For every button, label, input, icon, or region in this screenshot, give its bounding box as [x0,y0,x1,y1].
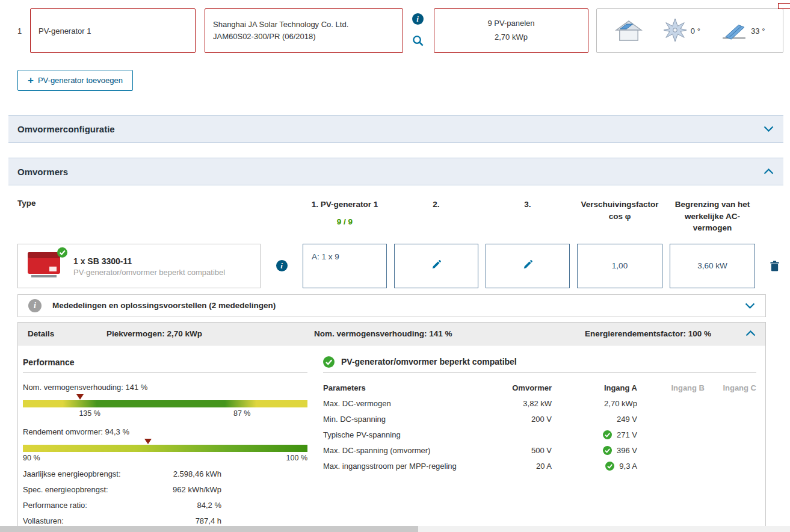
compat-row: Max. ingangsstroom per MPP-regeling 20 A… [323,459,756,474]
header-input-c: Ingang C [705,383,756,392]
nom-ratio-label: Nom. vermogensverhouding: 141 % [23,383,307,392]
param-label: Min. DC-spanning [323,415,481,424]
tilt-control[interactable]: 33 ° [721,20,765,42]
generator-name-field[interactable]: PV-generator 1 [30,8,196,53]
stat-value: 84,2 % [197,498,221,513]
module-manufacturer: Shanghai JA Solar Technology Co. Ltd. [213,19,395,31]
inverter-row: 1 x SB 3300-11 PV-generator/omvormer bep… [17,244,783,288]
compat-row: Min. DC-spanning 200 V 249 V [323,412,756,427]
details-header-bar[interactable]: Details Piekvermogen: 2,70 kWp Nom. verm… [18,323,765,345]
section-omvormers[interactable]: Omvormers [8,158,783,185]
orientation-box: 0 ° 33 ° [596,8,783,53]
input-a-value: 271 V [617,430,637,439]
input-a-value: 396 V [617,446,637,455]
inverter-info-icon[interactable]: i [276,260,288,271]
compat-table-header: Parameters Omvormer Ingang A Ingang B In… [323,380,756,396]
ac-limit-field[interactable]: 3,60 kW [670,244,755,288]
inverter-table-header: Type 1. PV-generator 1 9 / 9 2. 3. Versc… [17,199,783,234]
pencil-icon [431,259,442,272]
chevron-down-icon[interactable] [764,126,774,132]
compatible-check-icon [323,356,335,368]
compat-row: Max. DC-vermogen 3,82 kW 2,70 kWp [323,396,756,412]
panel-count: 9 PV-panelen [487,17,534,31]
stat-label: Performance ratio: [23,498,87,513]
main-content: 1 PV-generator 1 Shanghai JA Solar Techn… [0,0,790,532]
efficiency-label: Rendement omvormer: 94,3 % [23,427,307,436]
azimuth-compass-icon [664,19,687,43]
horizontal-scrollbar[interactable] [0,526,790,532]
trash-icon [770,260,780,272]
inverter-image [25,251,64,280]
chevron-down-icon[interactable] [745,303,755,309]
tick-label: 100 % [286,454,307,462]
section-omvormerconfiguratie[interactable]: Omvormerconfiguratie [8,115,783,143]
module-info-icon[interactable]: i [412,13,424,25]
panel-count-field[interactable]: 9 PV-panelen 2,70 kWp [434,8,588,53]
stat-label: Spec. energieopbrengst: [23,482,108,498]
energy-factor-summary: Energierendementsfactor: 100 % [585,329,745,338]
add-pv-generator-label: PV-generator toevoegen [38,76,123,85]
tick-label: 135 % [79,409,100,418]
param-label: Max. DC-spanning (omvormer) [323,446,481,455]
header-input-a: Ingang A [552,383,637,392]
cos-phi-field[interactable]: 1,00 [577,244,662,288]
header-inverter: Omvormer [481,383,552,392]
compatible-check-icon [57,247,67,259]
delete-inverter-button[interactable] [762,260,786,272]
peak-power-summary: Piekvermogen: 2,70 kWp [106,329,314,338]
messages-label: Mededelingen en oplossingsvoorstellen (2… [52,301,276,310]
pencil-icon [522,259,533,272]
input-a-value: 9,3 A [619,462,637,471]
messages-info-icon: i [28,299,42,312]
chevron-up-icon[interactable] [764,169,774,175]
add-pv-generator-button[interactable]: + PV-generator toevoegen [17,70,133,91]
inverter-type-selector[interactable]: 1 x SB 3300-11 PV-generator/omvormer bep… [17,244,261,288]
gauge-marker [144,439,152,444]
scrollbar-thumb[interactable] [0,526,418,532]
gauge-marker [76,394,84,400]
module-type: JAM60S02-300/PR (06/2018) [213,31,395,43]
nom-ratio-summary: Nom. vermogensverhouding: 141 % [314,329,585,338]
module-search-icon[interactable] [412,35,424,48]
compatibility-title: PV-generator/omvormer beperkt compatibel [341,357,517,367]
messages-bar[interactable]: i Mededelingen en oplossingsvoorstellen … [17,294,766,317]
input-a-value: 2,70 kWp [604,399,637,408]
col-3: 3. [486,199,570,234]
inverter-name: 1 x SB 3300-11 [73,255,225,268]
inverter-value: 500 V [481,446,552,455]
performance-column: Performance Nom. vermogensverhouding: 14… [23,353,307,532]
string-config-a-button[interactable]: A: 1 x 9 [303,244,387,288]
nom-ratio-gauge [23,394,307,407]
roof-house-icon[interactable] [615,19,643,43]
stat-label: Jaarlijkse energieopbrengst: [23,466,121,482]
ok-check-icon [603,430,612,439]
stat-value: 2.598,46 kWh [173,466,221,482]
panel-assignment-ratio: 9 / 9 [303,216,387,228]
efficiency-gauge [23,438,307,452]
azimuth-control[interactable]: 0 ° [664,19,700,43]
module-selector-field[interactable]: Shanghai JA Solar Technology Co. Ltd. JA… [205,8,403,53]
ac-limit-value: 3,60 kW [697,261,727,270]
cos-phi-value: 1,00 [612,261,628,270]
details-title: Details [28,329,106,338]
inverter-value: 200 V [481,415,552,424]
chevron-up-icon[interactable] [745,330,756,336]
param-label: Max. DC-vermogen [323,399,481,408]
param-label: Typische PV-spanning [323,430,481,439]
inverter-status: PV-generator/omvormer beperkt compatibel [73,268,225,277]
performance-title: Performance [23,353,307,373]
tilt-value: 33 ° [751,26,765,36]
param-label: Max. ingangsstroom per MPP-regeling [323,462,481,471]
details-panel: Details Piekvermogen: 2,70 kWp Nom. verm… [17,322,766,532]
clipped-corner-element [778,3,790,9]
edit-input-2-button[interactable] [394,244,478,288]
col-generator-1: 1. PV-generator 1 9 / 9 [303,199,387,234]
peak-power: 2,70 kWp [495,31,528,45]
nom-ratio-ticks: 135 % 87 % [23,407,307,418]
row-index: 1 [17,8,30,53]
ok-check-icon [603,446,612,455]
tick-label: 90 % [23,454,40,462]
section-title: Omvormerconfiguratie [17,124,115,134]
header-parameters: Parameters [323,383,481,392]
edit-input-3-button[interactable] [486,244,570,288]
